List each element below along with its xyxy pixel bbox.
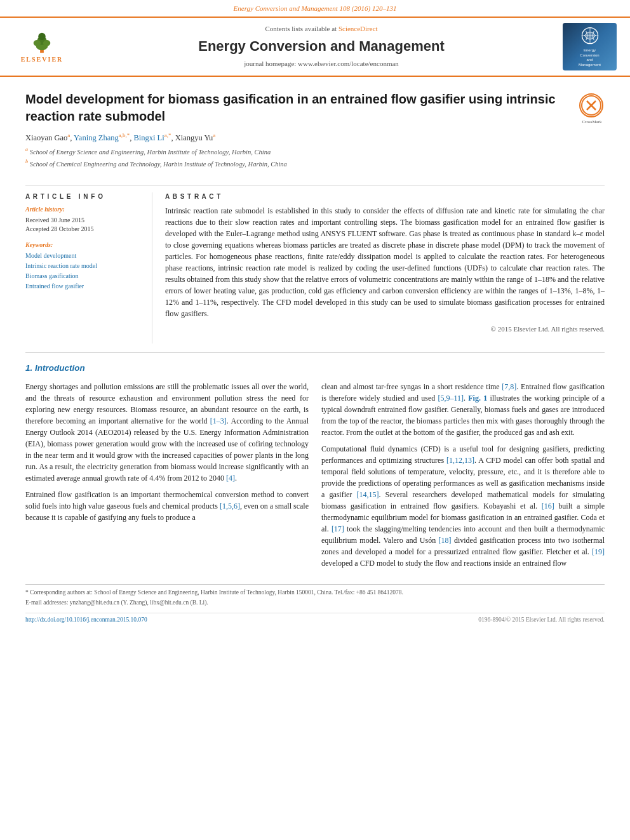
- ref-1-3[interactable]: [1–3]: [210, 417, 227, 425]
- ref-5-9-11[interactable]: [5,9–11]: [438, 394, 464, 403]
- article-info-abstract-section: A R T I C L E I N F O Article history: R…: [25, 185, 605, 343]
- ref-4[interactable]: [4]: [226, 474, 235, 483]
- keywords-label: Keywords:: [25, 241, 143, 250]
- affiliation-a: a School of Energy Science and Engineeri…: [25, 146, 573, 157]
- intro-body-cols: Energy shortages and pollution emissions…: [25, 381, 605, 574]
- header-banner: ELSEVIER Contents lists available at Sci…: [0, 17, 630, 77]
- article-history-group: Article history: Received 30 June 2015 A…: [25, 205, 143, 234]
- keyword-1: Model development: [25, 251, 143, 261]
- ref-16[interactable]: [16]: [542, 502, 554, 510]
- keywords-group: Keywords: Model development Intrinsic re…: [25, 241, 143, 292]
- ref-18[interactable]: [18]: [439, 536, 452, 545]
- footnote-corresponding: * Corresponding authors at: School of En…: [25, 589, 605, 597]
- ref-19[interactable]: [19]: [592, 547, 605, 556]
- crossmark-label: CrossMark: [579, 119, 605, 125]
- header-center: Contents lists available at ScienceDirec…: [88, 24, 555, 70]
- doi-link[interactable]: http://dx.doi.org/10.1016/j.enconman.201…: [25, 616, 147, 625]
- authors-line: Xiaoyan Gaoa, Yaning Zhanga,b,*, Bingxi …: [25, 131, 573, 143]
- article-info-label: A R T I C L E I N F O: [25, 192, 143, 202]
- ecm-logo-box: EnergyConversionandManagement: [563, 23, 617, 70]
- ref-1-12-13[interactable]: [1,12,13]: [446, 456, 474, 465]
- keywords-list: Model development Intrinsic reaction rat…: [25, 251, 143, 291]
- email-li[interactable]: libx@hit.edu.cn: [150, 599, 189, 606]
- crossmark-svg: [580, 95, 602, 116]
- introduction-section: 1. Introduction Energy shortages and pol…: [25, 362, 605, 574]
- ref-17[interactable]: [17]: [332, 524, 344, 533]
- ref-7-8[interactable]: [7,8]: [502, 382, 516, 391]
- intro-para-1: Energy shortages and pollution emissions…: [25, 381, 309, 484]
- footnote-area: * Corresponding authors at: School of En…: [25, 584, 605, 625]
- elsevier-logo: ELSEVIER: [10, 27, 74, 65]
- keyword-4: Entrained flow gasifier: [25, 281, 143, 291]
- elsevier-wordmark: ELSEVIER: [21, 55, 64, 65]
- svg-point-4: [34, 40, 41, 46]
- page-wrapper: Energy Conversion and Management 108 (20…: [0, 0, 630, 637]
- keyword-3: Biomass gasification: [25, 271, 143, 281]
- affiliation-b: b School of Chemical Engineering and Tec…: [25, 158, 573, 169]
- article-title-section: Model development for biomass gasificati…: [25, 83, 605, 175]
- author-li[interactable]: Bingxi Li: [133, 133, 164, 142]
- intro-para-2: Entrained flow gasification is an import…: [25, 489, 309, 523]
- elsevier-logo-left: ELSEVIER: [10, 27, 80, 65]
- history-label: Article history:: [25, 205, 143, 215]
- elsevier-tree-icon: [23, 29, 61, 54]
- ecm-logo-icon: [574, 25, 606, 48]
- abstract-col: A B S T R A C T Intrinsic reaction rate …: [165, 192, 605, 343]
- intro-col-right: clean and almost tar-free syngas in a sh…: [321, 381, 605, 574]
- issn-text: 0196-8904/© 2015 Elsevier Ltd. All right…: [478, 616, 605, 625]
- ref-1-5-6[interactable]: [1,5,6]: [220, 502, 240, 510]
- svg-point-3: [38, 33, 45, 40]
- crossmark-icon: [579, 93, 603, 117]
- svg-point-5: [43, 40, 50, 46]
- article-title: Model development for biomass gasificati…: [25, 91, 573, 125]
- journal-citation-bar: Energy Conversion and Management 108 (20…: [0, 0, 630, 17]
- abstract-label: A B S T R A C T: [165, 192, 605, 202]
- journal-title: Energy Conversion and Management: [88, 36, 555, 57]
- footnote-email: E-mail addresses: ynzhang@hit.edu.cn (Y.…: [25, 599, 605, 608]
- email-zhang[interactable]: ynzhang@hit.edu.cn: [70, 599, 119, 606]
- sciencedirect-link[interactable]: ScienceDirect: [338, 25, 378, 32]
- received-date: Received 30 June 2015: [25, 216, 143, 225]
- ecm-logo-label: EnergyConversionandManagement: [579, 48, 601, 68]
- keyword-2: Intrinsic reaction rate model: [25, 261, 143, 271]
- intro-section-title: 1. Introduction: [25, 362, 605, 375]
- copyright-line: © 2015 Elsevier Ltd. All rights reserved…: [165, 324, 605, 335]
- journal-homepage: journal homepage: www.elsevier.com/locat…: [88, 59, 555, 69]
- author-zhang[interactable]: Yaning Zhang: [74, 133, 119, 142]
- article-info-col: A R T I C L E I N F O Article history: R…: [25, 192, 152, 343]
- high-value-text: high: [72, 502, 86, 510]
- ecm-logo-right: EnergyConversionandManagement: [563, 23, 620, 70]
- abstract-section: A B S T R A C T Intrinsic reaction rate …: [165, 192, 605, 335]
- article-title-text: Model development for biomass gasificati…: [25, 91, 573, 170]
- accepted-date: Accepted 28 October 2015: [25, 225, 143, 234]
- sd-prefix: Contents lists available at: [265, 25, 337, 32]
- sciencedirect-line: Contents lists available at ScienceDirec…: [88, 24, 555, 34]
- crossmark-badge: CrossMark: [579, 93, 605, 125]
- intro-para-4: Computational fluid dynamics (CFD) is a …: [321, 443, 605, 569]
- intro-para-3: clean and almost tar-free syngas in a sh…: [321, 381, 605, 438]
- doi-bar: http://dx.doi.org/10.1016/j.enconman.201…: [25, 613, 605, 625]
- fig-1-link[interactable]: Fig. 1: [468, 394, 487, 403]
- journal-citation-text: Energy Conversion and Management 108 (20…: [234, 4, 397, 12]
- abstract-text: Intrinsic reaction rate submodel is esta…: [165, 205, 605, 319]
- ref-14-15[interactable]: [14,15]: [356, 490, 379, 499]
- intro-col-left: Energy shortages and pollution emissions…: [25, 381, 309, 574]
- main-content: Model development for biomass gasificati…: [0, 77, 630, 637]
- section-divider-1: [25, 352, 605, 353]
